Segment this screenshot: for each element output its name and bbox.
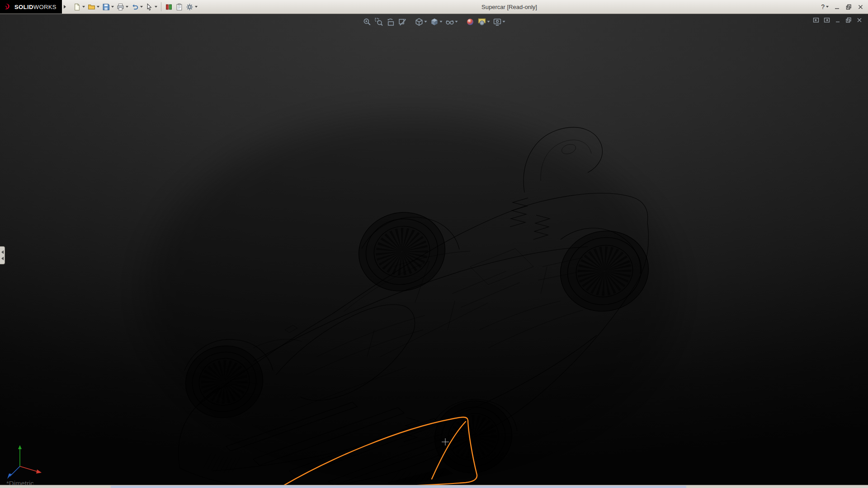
dropdown-caret[interactable] [425, 21, 427, 23]
heads-up-view-toolbar [362, 16, 506, 27]
open-document-button[interactable] [86, 1, 101, 13]
restore-icon [846, 4, 852, 10]
window-tile-right-icon [824, 17, 830, 23]
help-label: ? [821, 3, 825, 10]
save-floppy-icon [102, 3, 110, 11]
window-tile-left-button[interactable] [811, 16, 820, 24]
zoom-to-area-button[interactable] [374, 16, 384, 27]
options-button[interactable] [184, 1, 199, 13]
view-orientation-cube-icon [430, 18, 439, 26]
titlebar-controls: ? [820, 2, 868, 11]
reference-triad [7, 445, 42, 479]
window-titlebar: SOLIDWORKS [0, 0, 868, 14]
dropdown-caret[interactable] [195, 6, 198, 8]
dropdown-caret[interactable] [126, 6, 128, 8]
xpress-products-button[interactable] [164, 1, 174, 13]
apply-scene-button[interactable] [477, 16, 491, 27]
hide-show-glasses-icon [446, 18, 454, 26]
dropdown-caret[interactable] [440, 21, 443, 23]
graphics-area[interactable]: *Dimetric [0, 14, 868, 485]
close-icon [856, 17, 863, 23]
edit-appearance-sphere-icon [466, 18, 475, 26]
section-view-icon [398, 18, 407, 26]
options-gear-icon [186, 3, 193, 11]
dropdown-caret[interactable] [455, 21, 458, 23]
restore-button[interactable] [844, 2, 854, 11]
collapse-arrow-icon [1, 257, 4, 260]
minimize-icon [835, 17, 841, 23]
window-tile-left-icon [813, 17, 819, 23]
close-button[interactable] [855, 2, 865, 11]
view-settings-icon [493, 18, 502, 26]
document-window-controls [811, 16, 863, 24]
status-bar [0, 485, 868, 488]
zoom-to-area-icon [375, 18, 383, 26]
dassault-3ds-logo-icon [4, 3, 12, 11]
document-minimize-button[interactable] [833, 16, 842, 24]
minimize-icon [834, 4, 840, 10]
zoom-to-fit-icon [363, 18, 372, 26]
section-view-button[interactable] [397, 16, 408, 27]
file-properties-button[interactable] [174, 1, 184, 13]
previous-view-icon [387, 18, 395, 26]
dropdown-caret[interactable] [140, 6, 143, 8]
previous-view-button[interactable] [386, 16, 396, 27]
dropdown-caret[interactable] [155, 6, 157, 8]
print-button[interactable] [115, 1, 130, 13]
xpress-products-icon [165, 3, 173, 11]
dropdown-caret[interactable] [97, 6, 99, 8]
dropdown-caret[interactable] [111, 6, 114, 8]
close-icon [858, 4, 863, 10]
main-toolbar [72, 1, 199, 13]
print-icon [117, 3, 124, 11]
select-button[interactable] [144, 1, 159, 13]
zoom-to-fit-button[interactable] [362, 16, 373, 27]
new-document-icon [73, 3, 81, 11]
minimize-button[interactable] [832, 2, 842, 11]
undo-icon [131, 3, 139, 11]
open-folder-icon [88, 3, 95, 11]
toolbar-separator [161, 2, 161, 11]
dropdown-caret[interactable] [82, 6, 85, 8]
brand-wordmark: SOLIDWORKS [14, 4, 57, 10]
status-bar-segment [111, 486, 686, 488]
new-document-button[interactable] [72, 1, 86, 13]
apply-scene-icon [478, 18, 486, 26]
document-close-button[interactable] [855, 16, 863, 24]
document-title: Supercar [Read-only] [199, 4, 820, 10]
dropdown-caret[interactable] [826, 6, 829, 8]
document-restore-button[interactable] [844, 16, 853, 24]
dropdown-caret[interactable] [503, 21, 505, 23]
save-button[interactable] [101, 1, 115, 13]
window-tile-right-button[interactable] [822, 16, 831, 24]
view-orientation-button[interactable] [429, 16, 443, 27]
edit-appearance-button[interactable] [465, 16, 476, 27]
help-button[interactable]: ? [820, 3, 830, 10]
dropdown-caret[interactable] [487, 21, 490, 23]
collapse-arrow-icon [1, 250, 4, 254]
undo-button[interactable] [130, 1, 144, 13]
hide-show-items-button[interactable] [445, 16, 459, 27]
select-cursor-icon [146, 3, 153, 11]
file-properties-icon [175, 3, 183, 11]
display-style-icon [415, 18, 424, 26]
restore-icon [845, 17, 852, 23]
featuremanager-collapse-tab[interactable] [0, 246, 5, 264]
display-style-button[interactable] [414, 16, 428, 27]
solidworks-logo: SOLIDWORKS [0, 0, 62, 14]
model-scene[interactable] [0, 14, 868, 485]
view-settings-button[interactable] [492, 16, 506, 27]
toolbar-expand-arrow[interactable] [62, 2, 68, 12]
